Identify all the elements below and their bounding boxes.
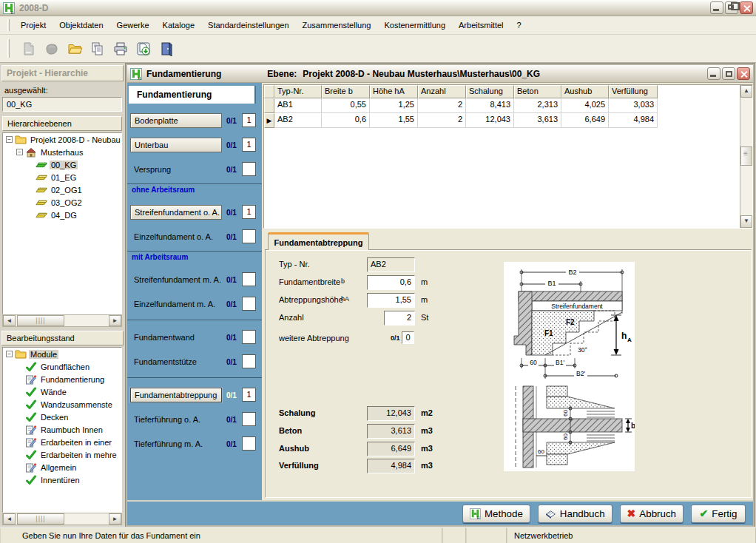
count-input[interactable] xyxy=(242,330,256,344)
count-input[interactable] xyxy=(242,297,256,311)
foundation-item-label[interactable]: Streifenfundament m. A. xyxy=(130,272,222,287)
module-item-raumbuchinnen[interactable]: Raumbuch Innen xyxy=(3,423,121,436)
count-input[interactable]: 1 xyxy=(242,113,256,127)
modules-tree-hscrollbar[interactable]: ◄► xyxy=(2,513,122,525)
count-input[interactable]: 1 xyxy=(242,388,256,402)
table-vscrollbar[interactable]: ▲ ▼ xyxy=(740,85,752,228)
module-item-wandzusammenste[interactable]: Wandzusammenste xyxy=(3,398,121,411)
menu-item-projekt[interactable]: Projekt xyxy=(14,18,53,32)
tree-item-00kg[interactable]: 00_KG xyxy=(3,158,121,171)
tree-item-projekt2008dneubau[interactable]: −Projekt 2008-D - Neubau xyxy=(3,133,121,146)
foundation-item-label[interactable]: Einzelfundament m. A. xyxy=(130,297,222,311)
tree-item-04dg[interactable]: 04_DG xyxy=(3,209,121,221)
count-input[interactable] xyxy=(242,229,256,243)
project-tree-hscrollbar[interactable]: ◄► xyxy=(2,314,122,327)
table-row[interactable]: ▶AB20,61,55212,0433,6136,6494,984 xyxy=(264,113,740,128)
abbruch-button[interactable]: ✖Abbruch xyxy=(620,505,684,523)
foundation-item-label[interactable]: Versprung xyxy=(130,162,222,177)
handbuch-button[interactable]: Handbuch xyxy=(538,505,612,523)
menu-item-objektdaten[interactable]: Objektdaten xyxy=(53,18,109,32)
input-weitereabtreppung[interactable]: 0 xyxy=(402,331,414,344)
table-cell[interactable]: 6,649 xyxy=(561,113,609,128)
menu-item-standardeinstellungen[interactable]: Standardeinstellungen xyxy=(201,18,295,32)
foundation-item-label[interactable]: Einzelfundament o. A. xyxy=(130,229,222,244)
print-icon[interactable] xyxy=(112,41,129,57)
inner-minimize-button[interactable] xyxy=(707,67,720,80)
module-item-fundamentierung[interactable]: Fundamentierung xyxy=(3,373,121,385)
count-input[interactable] xyxy=(242,272,256,286)
foundation-item-label[interactable]: Unterbau xyxy=(130,138,222,152)
module-item-innentren[interactable]: Innentüren xyxy=(3,473,121,486)
module-item-module[interactable]: −Module xyxy=(3,348,121,360)
tree-expander-icon[interactable]: − xyxy=(16,149,23,155)
row-selector[interactable]: ▶ xyxy=(264,113,274,128)
scroll-right-icon[interactable]: ► xyxy=(109,315,121,326)
restore-button[interactable] xyxy=(725,1,738,14)
foundation-item-label[interactable]: Tieferführung o. A. xyxy=(130,412,222,427)
scrollbar-thumb[interactable] xyxy=(740,146,752,166)
count-input[interactable] xyxy=(242,354,256,368)
module-item-allgemein[interactable]: Allgemein xyxy=(3,461,121,473)
column-header-anzahl[interactable]: Anzahl xyxy=(418,85,466,98)
menu-item-zusammenstellung[interactable]: Zusammenstellung xyxy=(296,18,378,32)
tab-fundamentabtreppung[interactable]: Fundamentabtreppung xyxy=(268,232,369,250)
column-header-schalung[interactable]: Schalung xyxy=(466,85,514,98)
table-cell[interactable]: 1,25 xyxy=(370,98,418,113)
table-cell[interactable]: 0,55 xyxy=(322,98,370,113)
input-anzahl[interactable]: 2 xyxy=(384,311,415,326)
count-input[interactable] xyxy=(242,436,256,451)
menu-item-kostenermittlung[interactable]: Kostenermittlung xyxy=(377,18,452,32)
inner-maximize-button[interactable] xyxy=(722,67,735,80)
column-header-aushub[interactable]: Aushub xyxy=(561,85,609,98)
column-header-verfllung[interactable]: Verfüllung xyxy=(609,85,658,98)
scrollbar-thumb[interactable] xyxy=(17,315,64,326)
tree-item-01eg[interactable]: 01_EG xyxy=(3,171,121,183)
module-item-wnde[interactable]: Wände xyxy=(3,385,121,398)
table-cell[interactable]: 4,984 xyxy=(609,113,658,128)
tree-item-02og1[interactable]: 02_OG1 xyxy=(3,183,121,196)
table-cell[interactable]: 12,043 xyxy=(466,113,514,128)
foundation-item-label[interactable]: Streifenfundament o. A. xyxy=(130,205,222,220)
table-cell[interactable]: AB2 xyxy=(274,113,322,128)
foundation-item-label[interactable]: Fundamentabtreppung xyxy=(130,388,222,402)
table-cell[interactable]: 2 xyxy=(418,98,466,113)
tree-expander-icon[interactable]: − xyxy=(6,351,13,357)
scrollbar-thumb[interactable] xyxy=(17,513,64,525)
tree-item-03og2[interactable]: 03_OG2 xyxy=(3,196,121,209)
scroll-left-icon[interactable]: ◄ xyxy=(3,513,16,525)
count-input[interactable]: 1 xyxy=(242,138,256,152)
input-fundamentbreite[interactable]: 0,6 xyxy=(367,275,415,290)
export-icon[interactable] xyxy=(135,41,152,57)
foundation-item-label[interactable]: Fundamentstütze xyxy=(130,354,222,369)
module-item-decken[interactable]: Decken xyxy=(3,411,121,423)
table-cell[interactable]: AB1 xyxy=(274,98,322,113)
tree-item-musterhaus[interactable]: −Musterhaus xyxy=(3,146,121,158)
table-cell[interactable]: 0,6 xyxy=(322,113,370,128)
scroll-left-icon[interactable]: ◄ xyxy=(3,315,16,326)
menu-item-kataloge[interactable]: Kataloge xyxy=(156,18,201,32)
scroll-down-icon[interactable]: ▼ xyxy=(740,215,752,228)
count-input[interactable] xyxy=(242,412,256,426)
column-header-breiteb[interactable]: Breite b xyxy=(322,85,370,98)
hierarchy-levels-header[interactable]: Hierarchieebenen xyxy=(2,116,122,131)
foundation-item-label[interactable]: Tieferführung m. A. xyxy=(130,436,222,451)
module-item-erdarbeiteninmehre[interactable]: Erdarbeiten in mehre xyxy=(3,448,121,461)
menu-item-[interactable]: ? xyxy=(510,18,528,32)
row-selector[interactable] xyxy=(264,98,274,113)
open-folder-icon[interactable] xyxy=(67,41,83,57)
scroll-right-icon[interactable]: ► xyxy=(109,513,121,525)
count-input[interactable]: 1 xyxy=(242,205,256,219)
module-item-erdarbeitenineiner[interactable]: Erdarbeiten in einer xyxy=(3,436,121,448)
close-button[interactable] xyxy=(740,1,753,14)
inner-close-button[interactable] xyxy=(737,67,750,80)
column-header-hheha[interactable]: Höhe hA xyxy=(370,85,418,98)
menu-item-gewerke[interactable]: Gewerke xyxy=(110,18,156,32)
menu-item-arbeitsmittel[interactable]: Arbeitsmittel xyxy=(452,18,510,32)
exit-icon[interactable] xyxy=(158,41,175,57)
table-cell[interactable]: 3,033 xyxy=(609,98,658,113)
fertig-button[interactable]: ✔Fertig xyxy=(691,505,746,523)
table-cell[interactable]: 2,313 xyxy=(514,98,561,113)
foundation-item-label[interactable]: Fundamentwand xyxy=(130,330,222,345)
table-cell[interactable]: 4,025 xyxy=(561,98,609,113)
tree-expander-icon[interactable]: − xyxy=(6,136,13,143)
